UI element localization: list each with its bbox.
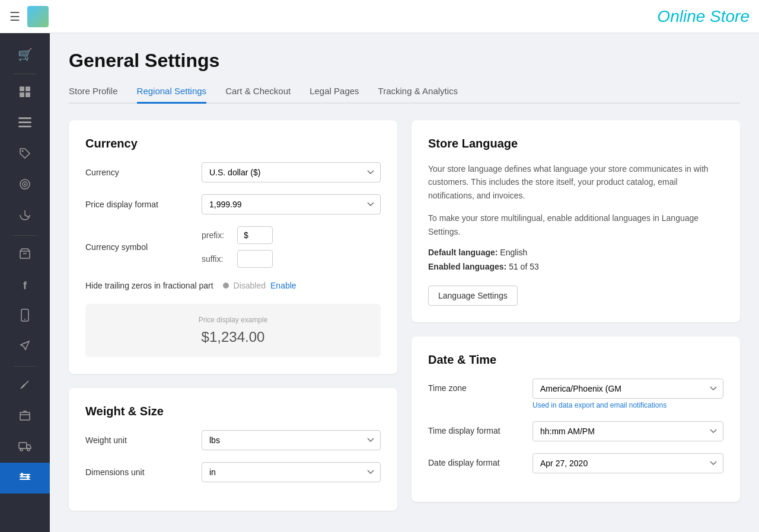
date-format-select[interactable]: Apr 27, 2020 27 Apr 2020 04/27/2020 <box>532 453 723 473</box>
svg-point-17 <box>27 448 30 451</box>
svg-rect-3 <box>25 92 30 97</box>
time-format-control-wrap: hh:mm AM/PM HH:mm hh:mm:ss AM/PM <box>532 421 723 441</box>
lang-description-1: Your store language defines what languag… <box>428 162 723 202</box>
timezone-hint: Used in data export and email notificati… <box>532 401 723 409</box>
enable-link[interactable]: Enable <box>270 281 296 290</box>
trailing-zeros-row: Hide trailing zeros in fractional part D… <box>85 280 381 292</box>
price-format-label: Price display format <box>85 200 192 209</box>
tabs: Store Profile Regional Settings Cart & C… <box>69 86 740 104</box>
lang-description-2: To make your store multilingual, enable … <box>428 211 723 238</box>
menu-icon[interactable]: ☰ <box>9 9 20 24</box>
tab-legal-pages[interactable]: Legal Pages <box>310 86 359 104</box>
page-title: General Settings <box>69 50 740 72</box>
date-time-card: Date & Time Time zone America/Phoenix (G… <box>412 336 740 502</box>
svg-rect-6 <box>18 126 31 127</box>
weight-unit-select[interactable]: lbs kg oz g <box>202 430 381 450</box>
suffix-input[interactable] <box>237 250 273 268</box>
svg-rect-4 <box>18 117 31 119</box>
sidebar-item-mobile[interactable] <box>0 301 50 332</box>
sidebar-item-target[interactable] <box>0 170 50 201</box>
tab-tracking-analytics[interactable]: Tracking & Analytics <box>378 86 458 104</box>
time-format-select[interactable]: hh:mm AM/PM HH:mm hh:mm:ss AM/PM <box>532 421 723 441</box>
price-format-select[interactable]: 1,999.99 1.999,99 <box>202 194 381 214</box>
cart-icon: 🛒 <box>18 47 33 62</box>
time-format-label: Time display format <box>428 421 523 435</box>
svg-point-16 <box>20 448 23 451</box>
disabled-text: Disabled <box>234 281 266 290</box>
suffix-row: suffix: <box>202 250 381 268</box>
sidebar-item-shipping[interactable] <box>0 432 50 463</box>
price-example-value: $1,234.00 <box>97 329 369 345</box>
svg-rect-1 <box>25 86 30 91</box>
box-icon <box>19 248 31 262</box>
topbar-left: ☰ <box>9 6 49 27</box>
sidebar-divider-1 <box>13 73 37 74</box>
enabled-languages-label: Enabled languages: <box>428 262 506 271</box>
tab-cart-checkout[interactable]: Cart & Checkout <box>225 86 291 104</box>
marketing-icon <box>19 340 31 355</box>
default-language-label: Default language: <box>428 248 498 257</box>
sidebar-item-settings[interactable] <box>0 463 50 493</box>
sidebar-item-analytics[interactable] <box>0 201 50 232</box>
catalog-icon <box>18 117 31 131</box>
default-language-info: Default language: English <box>428 248 723 257</box>
sidebar-item-tags[interactable] <box>0 139 50 170</box>
sidebar-item-catalog[interactable] <box>0 108 50 139</box>
svg-rect-2 <box>20 92 24 97</box>
left-column: Currency Currency U.S. dollar ($) Euro (… <box>69 120 397 511</box>
currency-card-title: Currency <box>85 137 381 150</box>
app-title: Online Store <box>657 7 750 26</box>
prefix-row: prefix: <box>202 226 381 244</box>
sidebar-divider-2 <box>13 235 37 236</box>
sidebar-item-inventory[interactable] <box>0 239 50 270</box>
tag-icon <box>19 148 31 162</box>
currency-select[interactable]: U.S. dollar ($) Euro (€) British Pound (… <box>202 162 381 182</box>
currency-symbol-row: Currency symbol prefix: suffix: <box>85 226 381 268</box>
weight-card-title: Weight & Size <box>85 405 381 418</box>
store-language-title: Store Language <box>428 137 723 150</box>
target-icon <box>19 178 31 193</box>
price-example-box: Price display example $1,234.00 <box>85 304 381 357</box>
date-format-row: Date display format Apr 27, 2020 27 Apr … <box>428 453 723 473</box>
sidebar-item-facebook[interactable]: f <box>0 270 50 301</box>
default-language-value: English <box>500 248 527 257</box>
currency-row: Currency U.S. dollar ($) Euro (€) Britis… <box>85 162 381 182</box>
package-icon <box>19 409 31 424</box>
mobile-icon <box>21 309 29 325</box>
sidebar-item-cart[interactable]: 🛒 <box>0 39 50 70</box>
store-language-card: Store Language Your store language defin… <box>412 120 740 322</box>
price-format-row: Price display format 1,999.99 1.999,99 <box>85 194 381 214</box>
sidebar-item-design[interactable] <box>0 370 50 401</box>
sidebar-item-package[interactable] <box>0 401 50 432</box>
timezone-select[interactable]: America/Phoenix (GM America/New_York (GM… <box>532 379 723 399</box>
brush-icon <box>19 379 31 393</box>
settings-icon <box>19 471 31 486</box>
tab-regional-settings[interactable]: Regional Settings <box>137 86 207 104</box>
dimensions-unit-select[interactable]: in cm mm <box>202 462 381 482</box>
main-content: General Settings Store Profile Regional … <box>50 33 759 532</box>
language-settings-button[interactable]: Language Settings <box>428 286 518 306</box>
sidebar: 🛒 f <box>0 33 50 532</box>
svg-rect-15 <box>19 443 27 448</box>
date-format-control-wrap: Apr 27, 2020 27 Apr 2020 04/27/2020 <box>532 453 723 473</box>
sidebar-item-store[interactable] <box>0 78 50 108</box>
dimensions-unit-label: Dimensions unit <box>85 467 192 477</box>
svg-rect-14 <box>20 412 30 420</box>
weight-card: Weight & Size Weight unit lbs kg oz g Di… <box>69 388 397 511</box>
svg-point-13 <box>24 319 25 320</box>
enabled-languages-value: 51 of 53 <box>509 262 539 271</box>
timezone-control-wrap: America/Phoenix (GM America/New_York (GM… <box>532 379 723 409</box>
svg-rect-11 <box>20 251 30 258</box>
prefix-input[interactable] <box>237 226 273 244</box>
prefix-label: prefix: <box>202 230 231 240</box>
disabled-dot <box>223 283 229 289</box>
currency-card: Currency Currency U.S. dollar ($) Euro (… <box>69 120 397 374</box>
enabled-languages-info: Enabled languages: 51 of 53 <box>428 262 723 271</box>
toggle-status: Disabled Enable <box>223 280 296 290</box>
dimensions-unit-row: Dimensions unit in cm mm <box>85 462 381 482</box>
tab-store-profile[interactable]: Store Profile <box>69 86 118 104</box>
sidebar-divider-3 <box>13 366 37 367</box>
suffix-label: suffix: <box>202 254 231 264</box>
logo <box>27 6 49 27</box>
sidebar-item-marketing[interactable] <box>0 332 50 363</box>
